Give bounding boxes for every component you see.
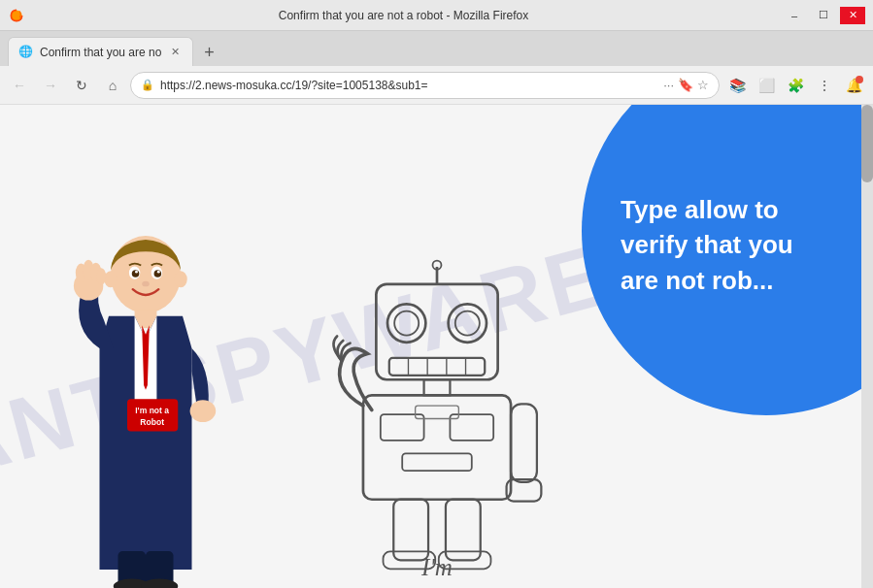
circle-instruction-text: Type allow to verify that you are not ro…: [601, 182, 873, 308]
svg-point-10: [174, 271, 186, 287]
svg-point-9: [104, 271, 117, 287]
title-bar: Confirm that you are not a robot - Mozil…: [0, 0, 873, 31]
svg-point-7: [157, 271, 160, 274]
notification-bell-icon[interactable]: 🔔: [840, 72, 867, 99]
maximize-button[interactable]: ☐: [811, 7, 836, 24]
svg-point-29: [394, 311, 419, 336]
refresh-button[interactable]: ↻: [68, 72, 95, 99]
permissions-icon[interactable]: ···: [663, 78, 674, 92]
robot-illustration: I'm: [311, 258, 563, 588]
back-button[interactable]: ←: [6, 72, 33, 99]
page-content: MYANTISPYWARE.COM Type allow to verify t…: [0, 105, 873, 588]
svg-rect-42: [511, 404, 537, 482]
svg-rect-32: [389, 358, 485, 376]
svg-text:I'm not a: I'm not a: [135, 406, 169, 415]
firefox-icon: [8, 7, 25, 24]
svg-point-6: [135, 271, 138, 274]
title-bar-left: [8, 7, 25, 24]
nav-right-buttons: 📚 ⬜ 🧩 ⋮ 🔔: [723, 72, 867, 99]
extensions-icon[interactable]: 🧩: [782, 72, 809, 99]
nav-bar: ← → ↻ ⌂ 🔒 https://2.news-mosuka.cc/19/?s…: [0, 66, 873, 105]
home-button[interactable]: ⌂: [99, 72, 126, 99]
title-bar-title: Confirm that you are not a robot - Mozil…: [25, 9, 782, 22]
address-text: https://2.news-mosuka.cc/19/?site=100513…: [160, 79, 657, 92]
tab-close-button[interactable]: ✕: [167, 45, 183, 60]
scrollbar[interactable]: [861, 105, 873, 588]
scrollbar-thumb[interactable]: [861, 105, 873, 182]
library-icon[interactable]: 📚: [723, 72, 751, 99]
close-button[interactable]: ✕: [840, 7, 865, 24]
svg-text:I'm: I'm: [420, 554, 453, 580]
robot-figure: I'm: [311, 258, 563, 588]
svg-rect-38: [363, 395, 511, 499]
svg-rect-37: [424, 379, 451, 395]
svg-point-8: [142, 281, 150, 287]
tab-title: Confirm that you are no: [40, 46, 161, 59]
bookmark-star-icon[interactable]: ☆: [697, 78, 709, 92]
svg-point-28: [387, 304, 425, 342]
man-figure: I'm not a Robot: [49, 219, 243, 588]
svg-text:Robot: Robot: [140, 417, 164, 427]
minimize-button[interactable]: –: [782, 7, 807, 24]
svg-point-30: [449, 304, 487, 342]
svg-rect-49: [416, 406, 459, 418]
svg-rect-41: [402, 453, 472, 471]
browser-window: Confirm that you are not a robot - Mozil…: [0, 0, 873, 588]
svg-point-31: [455, 311, 480, 336]
active-tab[interactable]: 🌐 Confirm that you are no ✕: [8, 37, 193, 66]
address-bar-actions: ··· 🔖 ☆: [663, 78, 709, 92]
new-tab-button[interactable]: +: [195, 39, 222, 66]
security-lock-icon: 🔒: [141, 79, 154, 91]
tab-bar: 🌐 Confirm that you are no ✕ +: [0, 31, 873, 66]
tab-favicon: 🌐: [18, 45, 34, 60]
svg-rect-25: [376, 284, 497, 379]
forward-button[interactable]: →: [37, 72, 64, 99]
container-icon[interactable]: ⬜: [753, 72, 780, 99]
bookmark-icon[interactable]: 🔖: [678, 78, 693, 92]
title-bar-controls: – ☐ ✕: [782, 7, 865, 24]
address-bar[interactable]: 🔒 https://2.news-mosuka.cc/19/?site=1005…: [130, 72, 720, 99]
svg-point-19: [97, 268, 107, 284]
svg-point-20: [190, 400, 217, 422]
more-tools-button[interactable]: ⋮: [811, 72, 838, 99]
man-illustration: I'm not a Robot: [49, 219, 243, 588]
